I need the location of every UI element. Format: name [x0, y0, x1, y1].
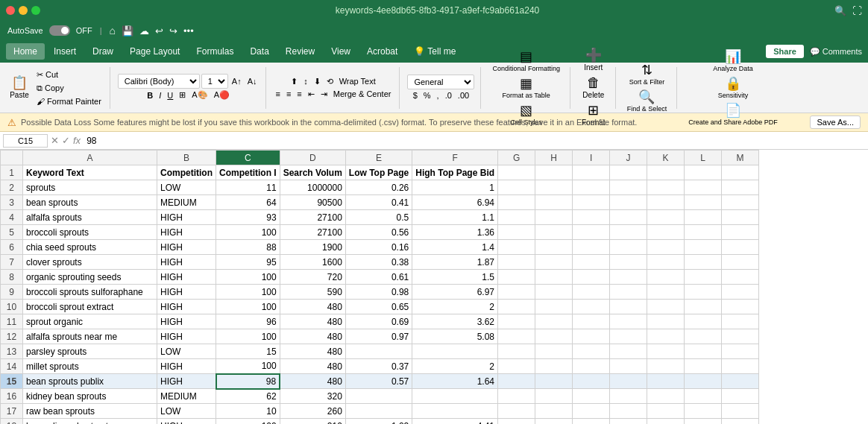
cell[interactable]: [610, 195, 647, 210]
cell[interactable]: [535, 195, 573, 210]
cell[interactable]: 480: [280, 329, 345, 344]
close-button[interactable]: [6, 6, 15, 15]
col-header-i[interactable]: I: [573, 151, 610, 165]
confirm-icon[interactable]: ✓: [62, 135, 70, 146]
menu-insert[interactable]: Insert: [46, 43, 84, 60]
cell[interactable]: 0.65: [345, 300, 412, 314]
cell[interactable]: [345, 344, 412, 359]
cell[interactable]: 10: [216, 404, 280, 419]
col-header-a[interactable]: A: [23, 151, 157, 165]
cell[interactable]: Search Volum: [280, 165, 345, 180]
cell[interactable]: 0.41: [345, 195, 412, 210]
align-middle-button[interactable]: ↕: [301, 75, 310, 87]
cell[interactable]: [535, 240, 573, 255]
cell[interactable]: [573, 344, 610, 359]
cell-reference-box[interactable]: [3, 134, 48, 148]
cell[interactable]: [535, 165, 573, 180]
cell[interactable]: [647, 359, 685, 374]
cell[interactable]: 1.02: [345, 419, 412, 425]
cell[interactable]: [498, 225, 535, 240]
cell[interactable]: 62: [216, 389, 280, 404]
cell[interactable]: [647, 419, 685, 425]
align-left-button[interactable]: ≡: [274, 88, 283, 100]
cell[interactable]: [535, 359, 573, 374]
cell[interactable]: [722, 314, 759, 329]
cell[interactable]: [498, 270, 535, 285]
cell[interactable]: [610, 359, 647, 374]
cell[interactable]: 2: [412, 359, 498, 374]
cell[interactable]: 95: [216, 255, 280, 270]
cell[interactable]: 100: [216, 285, 280, 300]
cell[interactable]: 1.5: [412, 270, 498, 285]
conditional-formatting-button[interactable]: ▤ Conditional Formatting: [488, 48, 564, 75]
cell[interactable]: [535, 419, 573, 425]
cell[interactable]: kidney bean sprouts: [23, 389, 157, 404]
cell[interactable]: 96: [216, 314, 280, 329]
cell[interactable]: 100: [216, 300, 280, 314]
cell[interactable]: [535, 300, 573, 314]
cell[interactable]: [498, 314, 535, 329]
cell[interactable]: [722, 270, 759, 285]
resize-icon[interactable]: ⛶: [852, 5, 862, 16]
cell[interactable]: 100: [216, 329, 280, 344]
cell[interactable]: 11: [216, 180, 280, 195]
cell[interactable]: [573, 389, 610, 404]
cell[interactable]: 6.94: [412, 195, 498, 210]
cell[interactable]: 480: [280, 300, 345, 314]
comma-button[interactable]: ,: [435, 89, 441, 101]
cell[interactable]: [498, 404, 535, 419]
indent-decrease-button[interactable]: ⇤: [306, 88, 317, 101]
cell[interactable]: HIGH: [157, 374, 216, 389]
menu-acrobat[interactable]: Acrobat: [359, 43, 405, 60]
cell[interactable]: [610, 300, 647, 314]
share-button[interactable]: Share: [766, 45, 804, 58]
cell[interactable]: 93: [216, 210, 280, 225]
decimal-increase-button[interactable]: .0: [443, 89, 454, 101]
menu-view[interactable]: View: [324, 43, 358, 60]
cell[interactable]: [722, 389, 759, 404]
cell[interactable]: [685, 270, 722, 285]
cell[interactable]: [610, 210, 647, 225]
cell[interactable]: parsley sprouts: [23, 344, 157, 359]
cell[interactable]: 1000000: [280, 180, 345, 195]
cell[interactable]: [722, 359, 759, 374]
cell[interactable]: 1.87: [412, 255, 498, 270]
cell[interactable]: [535, 255, 573, 270]
cell[interactable]: [573, 195, 610, 210]
font-size-selector[interactable]: 12: [201, 74, 228, 89]
font-color-button[interactable]: A🔴: [212, 89, 232, 101]
cell[interactable]: [722, 195, 759, 210]
cell[interactable]: Low Top Page: [345, 165, 412, 180]
cell[interactable]: 210: [280, 419, 345, 425]
cell[interactable]: [498, 180, 535, 195]
cell[interactable]: [610, 255, 647, 270]
copy-button[interactable]: ⧉ Copy: [34, 82, 104, 95]
sensitivity-button[interactable]: 🔒 Sensitivity: [714, 75, 752, 101]
cell[interactable]: [647, 329, 685, 344]
cell[interactable]: [647, 344, 685, 359]
cell[interactable]: [647, 225, 685, 240]
cell[interactable]: [685, 240, 722, 255]
cell[interactable]: [647, 314, 685, 329]
cell[interactable]: 0.69: [345, 314, 412, 329]
cell[interactable]: 5.08: [412, 329, 498, 344]
cell[interactable]: [722, 374, 759, 389]
cell[interactable]: HIGH: [157, 329, 216, 344]
cell[interactable]: [573, 419, 610, 425]
cell[interactable]: 0.37: [345, 359, 412, 374]
cell[interactable]: 1.64: [412, 374, 498, 389]
cell[interactable]: 260: [280, 404, 345, 419]
cell[interactable]: [647, 180, 685, 195]
increase-font-button[interactable]: A↑: [230, 75, 244, 87]
cell[interactable]: [535, 270, 573, 285]
cell[interactable]: MEDIUM: [157, 195, 216, 210]
cell[interactable]: [610, 270, 647, 285]
cell[interactable]: [722, 210, 759, 225]
cell[interactable]: [573, 285, 610, 300]
cell[interactable]: organic sprouting seeds: [23, 270, 157, 285]
align-top-button[interactable]: ⬆: [289, 75, 300, 88]
cell[interactable]: 27100: [280, 210, 345, 225]
cell[interactable]: [685, 210, 722, 225]
cell[interactable]: [647, 195, 685, 210]
cell[interactable]: 480: [280, 359, 345, 374]
